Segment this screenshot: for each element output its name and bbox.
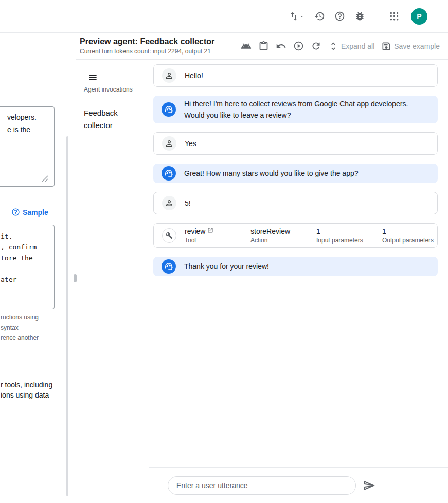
copy-transcript-button[interactable] [258, 40, 269, 52]
goal-line: velopers. [7, 111, 37, 123]
tool-wrench-icon [166, 232, 173, 239]
headset-agent-icon [164, 105, 173, 114]
left-panel-divider [0, 70, 72, 70]
swap-vertical-icon [289, 11, 299, 22]
token-count-subtitle: Current turn tokens count: input 2294, o… [80, 48, 214, 55]
invocations-menu-button[interactable] [88, 73, 98, 82]
history-button[interactable] [314, 10, 325, 23]
user-message[interactable]: Hello! [153, 64, 438, 87]
resize-grip-icon[interactable] [42, 175, 48, 182]
external-link-icon[interactable] [207, 227, 213, 233]
bug-report-button[interactable] [354, 10, 365, 23]
tools-description: r tools, including ions using data [1, 380, 52, 400]
instruction-line [1, 263, 37, 274]
hint-line: ructions using [1, 312, 39, 322]
message-text: Hello! [185, 70, 203, 81]
topbar: P [0, 0, 448, 33]
person-icon [165, 199, 174, 208]
save-example-button[interactable]: Save example [381, 41, 440, 51]
message-text: Hi there! I'm here to collect reviews fr… [184, 98, 429, 121]
instructions-hint: ructions using syntax rence another [1, 312, 39, 343]
instruction-line: tore the [1, 253, 37, 263]
avatar-letter: P [417, 12, 421, 21]
agent-android-button[interactable] [241, 40, 252, 52]
paragraph-line: ions using data [1, 390, 52, 400]
refresh-icon [311, 41, 321, 51]
action-name: storeReview [250, 227, 308, 236]
input-count: 1 [316, 227, 374, 236]
refresh-button[interactable] [311, 40, 321, 52]
tool-invocation-row[interactable]: review Tool storeReview Action 1 Input p… [153, 223, 438, 248]
preview-toolbar: Expand all Save example [241, 40, 440, 52]
instruction-line: ater [1, 274, 37, 285]
headset-agent-icon [164, 169, 173, 178]
tool-avatar [162, 228, 176, 243]
app-window: P velopers. e is the Sample it. , confir… [0, 0, 448, 503]
agent-message[interactable]: Hi there! I'm here to collect reviews fr… [153, 96, 438, 123]
run-button[interactable] [293, 40, 304, 52]
output-label: Output parameters [382, 237, 440, 244]
agent-message[interactable]: Thank you for your review! [153, 257, 438, 276]
agent-avatar [162, 166, 176, 181]
tool-type-label: Tool [185, 237, 242, 244]
user-message[interactable]: Yes [153, 132, 438, 155]
chat-input-bar [149, 467, 448, 503]
instruction-line: , confirm [1, 242, 37, 253]
tool-action-column: storeReview Action [250, 227, 308, 244]
utterance-input[interactable] [168, 476, 356, 495]
history-icon [314, 11, 325, 22]
dropdown-caret-icon [299, 13, 305, 20]
android-agent-icon [241, 41, 252, 51]
message-text: Thank you for your review! [184, 261, 269, 272]
input-label: Input parameters [316, 237, 374, 244]
expand-all-button[interactable]: Expand all [328, 41, 374, 51]
tool-output-column: 1 Output parameters [382, 227, 440, 244]
unfold-more-icon [328, 41, 338, 51]
send-icon [363, 479, 375, 492]
message-text: 5! [185, 197, 191, 209]
panel-resize-handle[interactable] [74, 274, 77, 282]
message-list: Hello! Hi there! I'm here to collect rev… [153, 64, 438, 276]
goal-text: velopers. e is the [7, 111, 37, 136]
swap-vertical-button[interactable] [289, 10, 305, 23]
agent-avatar [162, 259, 176, 274]
apps-grid-button[interactable] [389, 10, 400, 23]
send-button[interactable] [363, 479, 375, 492]
invocations-section-label: Agent invocations [84, 86, 133, 93]
save-icon [381, 41, 391, 51]
instructions-text: it. , confirm tore the ater [1, 231, 37, 285]
hint-line: rence another [1, 333, 39, 343]
sample-link[interactable]: Sample [11, 208, 48, 217]
message-text: Yes [185, 138, 196, 149]
person-icon [165, 139, 174, 148]
message-text: Great! How many stars would you like to … [184, 168, 359, 179]
tool-name[interactable]: review [185, 227, 205, 236]
hamburger-menu-icon [88, 73, 98, 82]
agent-message[interactable]: Great! How many stars would you like to … [153, 164, 438, 183]
preview-title: Preview agent: Feedback collector [80, 37, 214, 46]
paragraph-line: r tools, including [1, 380, 52, 390]
save-example-label: Save example [394, 42, 440, 50]
user-avatar [162, 136, 176, 151]
left-panel-scrollbar[interactable] [66, 136, 68, 496]
action-type-label: Action [250, 237, 308, 244]
agent-invocations-panel: Agent invocations Feedback collector [76, 60, 149, 503]
invocation-item-feedback-collector[interactable]: Feedback collector [84, 107, 137, 132]
goal-line: e is the [7, 123, 37, 136]
preview-header: Preview agent: Feedback collector Curren… [76, 33, 448, 60]
bug-report-icon [354, 11, 365, 22]
undo-button[interactable] [276, 40, 286, 52]
output-count: 1 [382, 227, 440, 236]
help-button[interactable] [334, 10, 345, 23]
apps-grid-icon [389, 11, 400, 22]
clipboard-icon [258, 41, 269, 51]
headset-agent-icon [164, 262, 173, 271]
help-circle-icon [11, 208, 20, 217]
profile-avatar[interactable]: P [411, 8, 427, 25]
agent-config-panel: velopers. e is the Sample it. , confirm … [0, 33, 76, 503]
agent-avatar [162, 102, 176, 117]
instruction-line: it. [1, 231, 37, 242]
user-avatar [162, 68, 176, 83]
run-play-icon [293, 41, 304, 51]
user-message[interactable]: 5! [153, 192, 438, 214]
